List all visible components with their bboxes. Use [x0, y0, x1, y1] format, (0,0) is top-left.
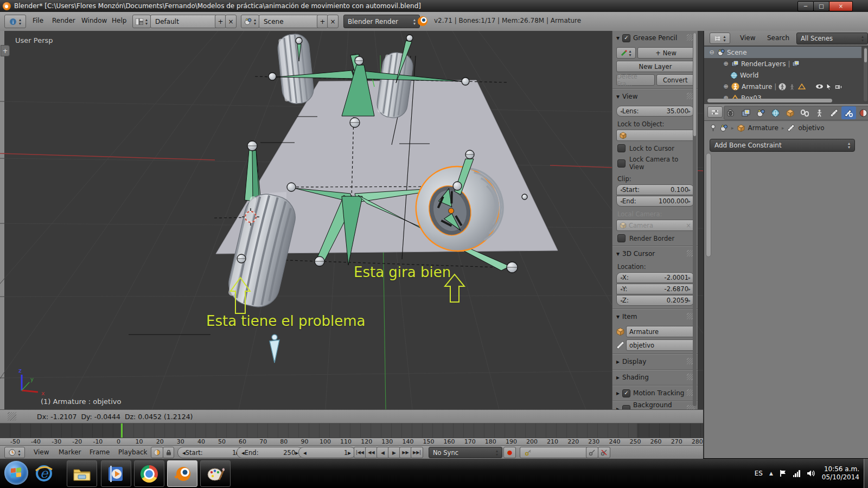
play-reverse-button[interactable]: ◀ [376, 447, 389, 458]
current-frame-field[interactable]: ◂ 1 ▸ [298, 447, 356, 458]
tab-object-constraints[interactable] [797, 106, 812, 119]
record-button[interactable]: ● [503, 447, 516, 458]
expand-icon[interactable]: ⊕ [723, 83, 729, 90]
expand-icon[interactable]: ⊕ [723, 60, 729, 67]
play-button[interactable]: ▶ [388, 447, 400, 458]
delete-layout-button[interactable]: × [225, 15, 237, 28]
menu-window[interactable]: Window [81, 17, 107, 24]
tab-render[interactable] [724, 106, 739, 119]
add-layout-button[interactable]: + [215, 15, 226, 28]
timeline-menu-view[interactable]: View [34, 448, 49, 456]
show-desktop-button[interactable] [864, 459, 868, 488]
render-border-checkbox[interactable] [617, 234, 626, 242]
lock-to-cursor-checkbox[interactable] [617, 144, 626, 152]
cursor-x-slider[interactable]: ◂ X: -2.0001 ▸ [616, 272, 694, 283]
tab-bone-constraints[interactable] [841, 106, 856, 119]
lens-slider[interactable]: ◂ Lens: 35.000 ▸ [616, 106, 694, 117]
collapse-icon[interactable]: ⊖ [709, 49, 715, 56]
sync-mode-select[interactable]: No Sync▴▾ [429, 447, 502, 458]
viewport-header[interactable]: Dx: -1.2107 Dy: -0.0444 Dz: 0.0452 (1.21… [0, 409, 703, 423]
network-icon[interactable] [793, 470, 800, 477]
properties-scrollbar[interactable] [706, 153, 711, 257]
prev-keyframe-button[interactable]: ◀◀ [365, 447, 378, 458]
editor-type-button[interactable]: i ▴▾ [4, 15, 26, 28]
action-center-flag-icon[interactable] [780, 470, 787, 477]
properties-editor-type-button[interactable] [707, 106, 723, 118]
outliner-vscrollbar[interactable] [864, 47, 867, 101]
delete-frame-button[interactable]: Delete Fra... [616, 74, 655, 86]
viewport-3d[interactable]: z y x + User Persp (1) Armature : objeti… [0, 31, 703, 409]
tab-scene[interactable] [754, 106, 768, 119]
visibility-eye-icon[interactable] [815, 84, 824, 89]
timeline-menu-marker[interactable]: Marker [59, 448, 81, 456]
grease-pencil-panel-header[interactable]: ▾ ✓ Grease Pencil [616, 33, 694, 43]
keyingset-lock-button[interactable] [163, 447, 174, 458]
scene-name-field[interactable]: Scene [259, 15, 326, 28]
outliner-view-menu[interactable]: View [740, 34, 755, 42]
timeline-editor-type-button[interactable]: ▴▾ [4, 447, 25, 458]
menu-file[interactable]: File [33, 17, 43, 24]
convert-button[interactable]: Convert [656, 74, 695, 86]
grease-pencil-color-button[interactable]: ▴▾ [616, 47, 636, 59]
clock[interactable]: 10:56 a.m. 05/10/2014 [822, 465, 859, 481]
outliner-search-menu[interactable]: Search [767, 34, 789, 42]
menu-render[interactable]: Render [52, 17, 75, 24]
tab-material[interactable] [856, 106, 868, 119]
display-panel-header[interactable]: ▸ Display [616, 357, 694, 367]
clip-end-slider[interactable]: ◂ End: 1000.000 ▸ [616, 196, 694, 207]
outliner-filter-select[interactable]: All Scenes▴▾ [796, 33, 868, 44]
render-engine-select[interactable]: Blender Render▴▾ [343, 15, 420, 28]
outliner-editor[interactable]: ▴▾ View Search All Scenes▴▾ ⊖ Scene ⊕ Re… [704, 31, 868, 104]
next-keyframe-button[interactable]: ▶▶ [399, 447, 412, 458]
scene-3d[interactable]: z y x [0, 31, 703, 409]
grease-pencil-checkbox[interactable]: ✓ [622, 34, 630, 42]
bone-name-field[interactable]: objetivo [626, 339, 694, 351]
3d-cursor-panel-header[interactable]: ▾ 3D Cursor [616, 249, 694, 259]
delete-scene-button[interactable]: × [327, 15, 339, 28]
frame-end-field[interactable]: ◂ End: 250 ▸ [237, 447, 303, 458]
timeline-menu-playback[interactable]: Playback [118, 448, 148, 456]
tab-bone[interactable] [827, 106, 841, 119]
render-border-row[interactable]: Render Border [617, 234, 693, 242]
clip-start-slider[interactable]: ◂ Start: 0.100 ▸ [616, 184, 694, 195]
delete-keyframe-button[interactable] [598, 447, 610, 458]
object-name-field[interactable]: Armature [626, 326, 694, 337]
tab-world[interactable] [768, 106, 783, 119]
item-panel-header[interactable]: ▾ Item [616, 312, 694, 322]
scene-breadcrumb-icon[interactable] [720, 124, 728, 132]
view-panel-header[interactable]: ▾ View [616, 92, 694, 101]
outliner-row-world[interactable]: World [730, 69, 758, 81]
outliner-editor-type-button[interactable]: ▴▾ [710, 33, 730, 44]
frame-start-field[interactable]: ◂ Start: 1 ▸ [177, 447, 244, 458]
background-images-panel-header[interactable]: ▸ Background Images [616, 404, 694, 409]
current-frame-marker[interactable] [121, 423, 123, 438]
close-button[interactable]: × [829, 1, 853, 11]
n-panel-scrollbar[interactable] [693, 33, 697, 406]
taskbar-chrome[interactable] [134, 460, 164, 487]
tab-armature-data[interactable] [812, 106, 827, 119]
motion-tracking-panel-header[interactable]: ▸ ✓ Motion Tracking [616, 388, 694, 398]
language-indicator[interactable]: ES [755, 470, 763, 477]
jump-end-button[interactable]: ▶▶| [411, 447, 423, 458]
timeline-band[interactable] [0, 423, 703, 438]
bone-objetivo-target[interactable] [270, 335, 279, 363]
breadcrumb-object[interactable]: Armature [748, 124, 778, 132]
outliner-hscrollbar[interactable] [707, 99, 832, 102]
minimize-button[interactable]: ─ [797, 1, 814, 11]
lock-object-field[interactable] [616, 130, 694, 141]
window-titlebar[interactable]: Blender* [C:\Users\Flores Monzón\Documen… [0, 0, 868, 12]
cursor-y-slider[interactable]: ◂ Y: -2.6870 ▸ [616, 284, 694, 294]
volume-icon[interactable] [807, 470, 815, 477]
jump-start-button[interactable]: |◀◀ [354, 447, 366, 458]
timeline-menu-frame[interactable]: Frame [90, 448, 110, 456]
local-camera-field[interactable]: Camera × [616, 220, 694, 231]
motion-tracking-checkbox[interactable]: ✓ [622, 389, 630, 397]
outliner-row-scene[interactable]: ⊖ Scene [709, 47, 747, 58]
screen-layout-icon-button[interactable]: ▴▾ [132, 15, 151, 28]
add-scene-button[interactable]: + [317, 15, 328, 28]
autokey-toggle[interactable] [151, 447, 163, 458]
shading-panel-header[interactable]: ▸ Shading [616, 373, 694, 382]
corner-hatch[interactable] [8, 412, 16, 421]
taskbar-blender[interactable] [167, 460, 197, 487]
grease-pencil-new-button[interactable]: + New [637, 47, 694, 59]
